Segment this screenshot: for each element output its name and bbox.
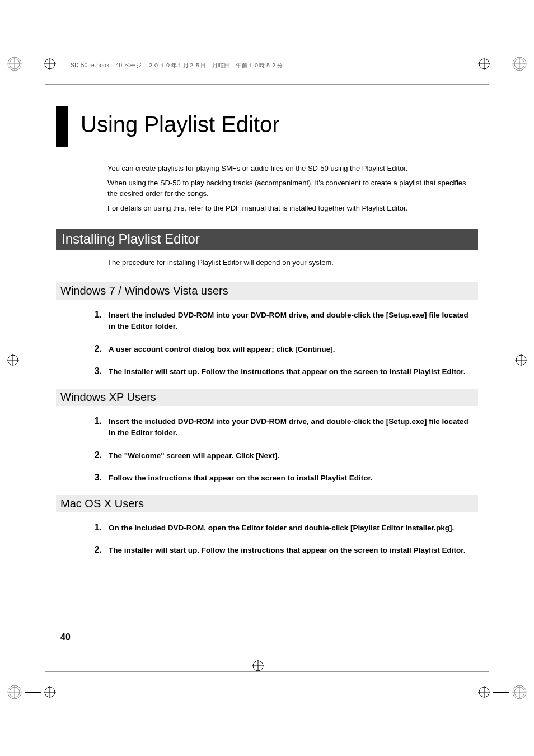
print-mark-icon — [7, 354, 19, 366]
step-text: Follow the instructions that appear on t… — [109, 473, 472, 484]
step-item: 1.Insert the included DVD-ROM into your … — [90, 416, 472, 439]
page-content: Using Playlist Editor You can create pla… — [56, 106, 478, 568]
step-item: 1.On the included DVD-ROM, open the Edit… — [90, 522, 472, 534]
step-number: 2. — [90, 450, 102, 460]
step-item: 1.Insert the included DVD-ROM into your … — [90, 310, 472, 333]
step-text: The "Welcome" screen will appear. Click … — [109, 450, 472, 461]
step-number: 3. — [90, 473, 102, 483]
steps-list: 1.Insert the included DVD-ROM into your … — [90, 310, 472, 377]
page-number: 40 — [60, 632, 71, 642]
print-mark-icon — [7, 684, 56, 700]
subsection-heading: Windows XP Users — [56, 389, 478, 406]
step-item: 2.A user account control dialog box will… — [90, 344, 472, 355]
subsection-heading: Mac OS X Users — [56, 495, 478, 512]
step-number: 1. — [90, 522, 102, 533]
chapter-marker-icon — [56, 106, 68, 147]
step-text: Insert the included DVD-ROM into your DV… — [109, 416, 472, 439]
step-item: 2.The "Welcome" screen will appear. Clic… — [90, 450, 472, 461]
intro-block: You can create playlists for playing SMF… — [107, 163, 472, 213]
step-text: The installer will start up. Follow the … — [109, 366, 472, 377]
print-mark-icon — [478, 56, 527, 72]
print-mark-icon — [478, 684, 527, 700]
chapter-heading: Using Playlist Editor — [56, 106, 478, 147]
intro-line: You can create playlists for playing SMF… — [107, 163, 472, 174]
print-mark-icon — [7, 56, 56, 72]
step-number: 2. — [90, 344, 102, 354]
section-intro: The procedure for installing Playlist Ed… — [107, 258, 478, 267]
section-heading: Installing Playlist Editor — [56, 229, 478, 250]
step-item: 2.The installer will start up. Follow th… — [90, 545, 472, 556]
step-item: 3.The installer will start up. Follow th… — [90, 366, 472, 377]
steps-list: 1.On the included DVD-ROM, open the Edit… — [90, 522, 472, 557]
step-text: On the included DVD-ROM, open the Editor… — [109, 522, 472, 534]
subsection-heading: Windows 7 / Windows Vista users — [56, 282, 478, 300]
step-text: The installer will start up. Follow the … — [109, 545, 472, 556]
steps-list: 1.Insert the included DVD-ROM into your … — [90, 416, 472, 484]
step-number: 1. — [90, 310, 102, 320]
step-text: Insert the included DVD-ROM into your DV… — [109, 310, 472, 333]
step-number: 2. — [90, 545, 102, 555]
step-number: 3. — [90, 366, 102, 376]
header-meta: SD-50_e.book 40 ページ ２０１０年１月２５日 月曜日 午前１０時… — [71, 62, 283, 69]
step-item: 3. Follow the instructions that appear o… — [90, 473, 472, 484]
chapter-title: Using Playlist Editor — [81, 106, 280, 142]
intro-line: When using the SD-50 to play backing tra… — [107, 178, 472, 199]
print-mark-icon — [515, 354, 527, 366]
step-number: 1. — [90, 416, 102, 426]
step-text: A user account control dialog box will a… — [109, 344, 472, 355]
intro-line: For details on using this, refer to the … — [107, 203, 472, 214]
print-mark-icon — [252, 660, 264, 672]
